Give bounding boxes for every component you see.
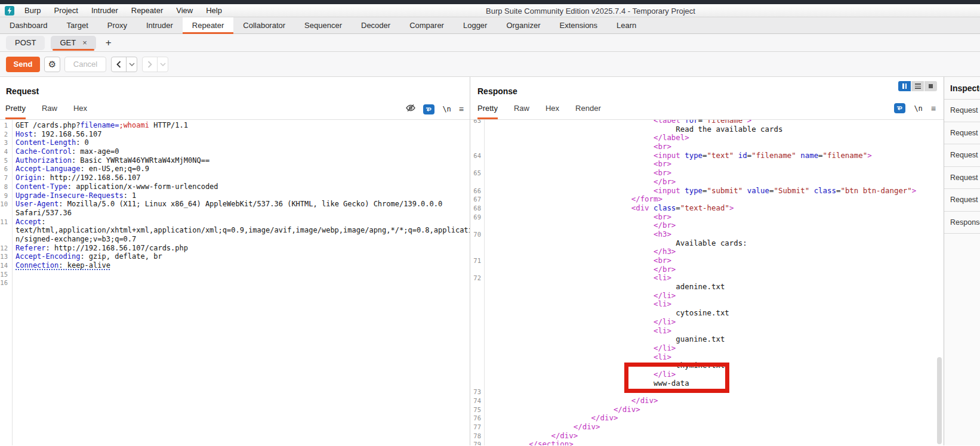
line-number: 9 xyxy=(0,191,12,200)
code-text: Available cards: xyxy=(484,239,747,248)
code-text: <br> xyxy=(484,213,671,222)
tab-extensions[interactable]: Extensions xyxy=(550,17,608,33)
tab-logger[interactable]: Logger xyxy=(454,17,497,33)
response-code-line: 78 </div> xyxy=(470,432,944,441)
back-button[interactable] xyxy=(112,57,126,72)
menu-item-burp[interactable]: Burp xyxy=(18,4,47,17)
menu-item-help[interactable]: Help xyxy=(199,4,229,17)
menu-item-project[interactable]: Project xyxy=(47,4,84,17)
main-tab-bar: DashboardTargetProxyIntruderRepeaterColl… xyxy=(0,17,980,34)
response-editor[interactable]: 63 <label for="filename"> Read the avail… xyxy=(470,120,944,445)
line-number: 67 xyxy=(470,195,484,204)
split-rows-button[interactable] xyxy=(911,81,924,91)
scrollbar-thumb[interactable] xyxy=(937,357,942,444)
line-number xyxy=(470,265,484,274)
line-number: 4 xyxy=(0,147,12,156)
response-code-line: 64 <input type="text" id="filename" name… xyxy=(470,151,944,160)
response-menu-icon[interactable]: ≡ xyxy=(931,104,936,113)
newline-toggle[interactable]: \n xyxy=(442,105,451,113)
menu-bar: BurpProjectIntruderRepeaterViewHelp Burp… xyxy=(0,4,980,17)
line-number: 66 xyxy=(470,187,484,196)
inspector-section-request-query-parameters[interactable]: Request query parameters xyxy=(944,122,980,145)
request-panel-header: Request PrettyRawHex \n ≡ xyxy=(0,77,470,120)
code-text: <li> xyxy=(484,353,671,362)
newline-toggle[interactable]: \n xyxy=(914,104,922,113)
single-pane-button[interactable] xyxy=(924,81,937,91)
tab-dashboard[interactable]: Dashboard xyxy=(0,17,57,33)
inspector-section-response-headers[interactable]: Response headers xyxy=(944,212,980,234)
code-text: <li> xyxy=(484,327,671,336)
tab-organizer[interactable]: Organizer xyxy=(497,17,550,33)
code-text: </li> xyxy=(484,370,676,379)
inspector-section-request-body-parameters[interactable]: Request body parameters xyxy=(944,144,980,167)
code-text: <br> xyxy=(484,169,671,178)
message-tab-get[interactable]: GET× xyxy=(51,36,95,50)
forward-dropdown-button[interactable] xyxy=(157,57,168,72)
code-text: </div> xyxy=(484,423,600,432)
response-tab-raw[interactable]: Raw xyxy=(514,104,529,119)
tab-target[interactable]: Target xyxy=(57,17,98,33)
cancel-button[interactable]: Cancel xyxy=(64,57,106,72)
code-text: </li> xyxy=(484,318,676,327)
tab-sequencer[interactable]: Sequencer xyxy=(295,17,352,33)
request-menu-icon[interactable]: ≡ xyxy=(459,104,464,114)
hide-matches-icon[interactable] xyxy=(406,103,415,115)
line-number: 71 xyxy=(470,256,484,265)
request-tab-pretty[interactable]: Pretty xyxy=(5,104,26,119)
response-code-line: <br> xyxy=(470,160,944,169)
request-panel: Request PrettyRawHex \n ≡ 1GET /cards.ph… xyxy=(0,77,470,445)
inspector-section-request-headers[interactable]: Request headers xyxy=(944,189,980,212)
response-code-line: adenine.txt xyxy=(470,283,944,292)
request-editor[interactable]: 1GET /cards.php?filename=;whoami HTTP/1.… xyxy=(0,120,470,445)
message-tab-post[interactable]: POST xyxy=(6,36,45,50)
code-text: Accept-Encoding: gzip, deflate, br xyxy=(12,252,162,261)
split-columns-button[interactable] xyxy=(898,81,911,91)
menu-item-repeater[interactable]: Repeater xyxy=(125,4,170,17)
code-text: </section> xyxy=(484,440,574,445)
forward-button[interactable] xyxy=(143,57,157,72)
request-panel-title: Request xyxy=(6,86,39,96)
inspector-title: Inspector xyxy=(944,77,980,100)
send-button[interactable]: Send xyxy=(6,57,40,72)
word-wrap-icon[interactable] xyxy=(423,104,434,114)
response-panel-title: Response xyxy=(477,86,517,96)
line-number xyxy=(470,370,484,379)
tab-collaborator[interactable]: Collaborator xyxy=(233,17,295,33)
inspector-section-request-cookies[interactable]: Request cookies xyxy=(944,167,980,190)
code-text: guanine.txt xyxy=(484,335,725,344)
request-tab-hex[interactable]: Hex xyxy=(73,104,87,119)
code-text: Cache-Control: max-age=0 xyxy=(12,147,119,156)
inspector-section-request-attributes[interactable]: Request attributes xyxy=(944,100,980,122)
add-tab-button[interactable]: + xyxy=(102,37,115,49)
line-number xyxy=(470,292,484,301)
line-number xyxy=(470,160,484,169)
back-dropdown-button[interactable] xyxy=(126,57,137,72)
line-number: 64 xyxy=(470,151,484,160)
tab-intruder[interactable]: Intruder xyxy=(137,17,183,33)
code-text: <br> xyxy=(484,143,671,151)
response-tab-pretty[interactable]: Pretty xyxy=(477,104,498,119)
response-tab-hex[interactable]: Hex xyxy=(546,104,559,119)
close-icon[interactable]: × xyxy=(82,38,87,47)
line-number xyxy=(470,309,484,318)
request-tab-raw[interactable]: Raw xyxy=(42,104,57,119)
code-text: Authorization: Basic YWRtaW46YWRtaW4xMjM… xyxy=(12,156,209,165)
response-tab-render[interactable]: Render xyxy=(575,104,601,119)
tab-repeater[interactable]: Repeater xyxy=(183,17,233,33)
tab-decoder[interactable]: Decoder xyxy=(352,17,400,33)
tab-comparer[interactable]: Comparer xyxy=(400,17,454,33)
code-text: </div> xyxy=(484,414,618,423)
response-code-line: 74 </div> xyxy=(470,397,944,405)
tab-proxy[interactable]: Proxy xyxy=(98,17,137,33)
tab-learn[interactable]: Learn xyxy=(607,17,646,33)
code-text: cytosine.txt xyxy=(484,309,729,318)
line-number: 74 xyxy=(470,397,484,405)
line-number xyxy=(0,209,12,218)
code-text: <input type="text" id="filename" name="f… xyxy=(484,151,872,160)
menu-item-intruder[interactable]: Intruder xyxy=(85,4,125,17)
word-wrap-icon[interactable] xyxy=(894,103,905,113)
send-settings-button[interactable]: ⚙ xyxy=(44,57,60,72)
menu-item-view[interactable]: View xyxy=(170,4,199,17)
line-number: 13 xyxy=(0,252,12,261)
window-title: Burp Suite Community Edition v2025.7.4 -… xyxy=(486,4,695,17)
